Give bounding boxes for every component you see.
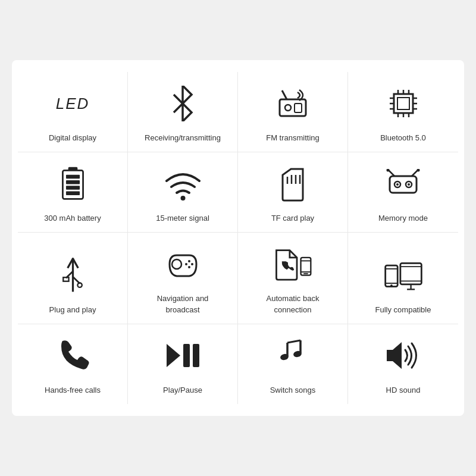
feature-cell-battery: 300 mAh battery (18, 152, 128, 233)
feature-cell-signal: 15-meter signal (128, 152, 238, 233)
svg-line-65 (287, 340, 300, 343)
battery-label: 300 mAh battery (44, 213, 101, 224)
svg-point-55 (390, 284, 393, 287)
svg-point-42 (77, 283, 82, 287)
auto-back-icon-area (272, 243, 314, 285)
tf-card-icon-area (278, 163, 308, 205)
fm-transmitting-icon-area (275, 83, 311, 124)
hd-sound-icon-area (384, 335, 422, 377)
fully-compatible-label: Fully compatible (375, 305, 431, 315)
svg-rect-40 (63, 277, 68, 281)
hands-free-icon-area (57, 335, 89, 377)
svg-marker-61 (167, 344, 180, 367)
battery-icon (60, 166, 86, 202)
bluetooth-label: Bluetooth 5.0 (380, 133, 426, 143)
feature-cell-plug-play: Plug and play (18, 233, 128, 324)
feature-cell-switch-songs: Switch songs (238, 324, 348, 404)
chip-icon (386, 86, 421, 121)
svg-line-34 (389, 170, 394, 176)
feature-cell-hands-free: Hands-free calls (18, 324, 128, 404)
steam-icon (164, 246, 202, 282)
signal-icon-area (164, 163, 202, 205)
feature-cell-navigation: Navigation and broadcast (128, 233, 238, 324)
feature-cell-hd-sound: HD sound (348, 324, 458, 404)
svg-line-36 (412, 170, 418, 176)
feature-cell-fm-transmitting: FM transmitting (238, 72, 348, 152)
switch-songs-icon-area (277, 335, 309, 377)
auto-back-label: Automatic back connection (267, 293, 320, 315)
play-pause-label: Play/Pause (163, 385, 202, 396)
feature-cell-fully-compatible: Fully compatible (348, 233, 458, 324)
usb-icon (60, 256, 86, 295)
feature-cell-receiving-transmitting: Receiving/transmitting (128, 72, 238, 152)
feature-cell-auto-back: Automatic back connection (238, 233, 348, 324)
signal-label: 15-meter signal (156, 213, 209, 224)
svg-rect-63 (193, 344, 199, 367)
sdcard-icon (278, 166, 308, 202)
led-icon: LED (56, 95, 90, 113)
svg-line-1 (282, 90, 287, 99)
robot-icon (384, 169, 422, 199)
svg-rect-3 (295, 104, 302, 112)
svg-rect-20 (65, 192, 79, 195)
svg-rect-5 (397, 98, 409, 109)
svg-point-33 (408, 183, 410, 186)
feature-cell-digital-display: LED Digital display (18, 72, 128, 152)
fully-compatible-icon-area (383, 255, 424, 296)
feature-cell-bluetooth: Bluetooth 5.0 (348, 72, 458, 152)
hands-free-label: Hands-free calls (45, 385, 101, 396)
tf-card-label: TF card play (271, 213, 314, 224)
svg-rect-4 (394, 94, 413, 113)
svg-rect-48 (301, 258, 311, 275)
digital-display-icon-area: LED (56, 83, 90, 124)
phone-icon (57, 338, 89, 374)
svg-point-24 (180, 196, 185, 201)
file-phone-icon (272, 246, 314, 282)
svg-rect-23 (65, 175, 79, 178)
feature-cell-play-pause: Play/Pause (128, 324, 238, 404)
battery-icon-area (60, 163, 86, 205)
play-pause-icon-area (164, 335, 202, 377)
svg-rect-22 (65, 180, 79, 184)
svg-rect-62 (183, 344, 190, 367)
svg-point-45 (185, 263, 187, 265)
switch-songs-label: Switch songs (270, 385, 316, 396)
bluetooth-icon-area (386, 83, 421, 124)
feature-cell-memory-mode: Memory mode (348, 152, 458, 233)
devices-icon (383, 258, 424, 293)
playpause-icon (164, 339, 202, 372)
receiving-transmitting-icon-area (168, 83, 198, 124)
svg-point-44 (188, 260, 190, 262)
digital-display-label: Digital display (49, 133, 96, 143)
svg-point-43 (172, 259, 181, 269)
feature-grid: LED Digital display Receiving/transmitti… (18, 72, 458, 404)
wifi-icon (164, 168, 202, 201)
memory-mode-label: Memory mode (378, 213, 428, 224)
plug-play-icon-area (60, 255, 86, 296)
feature-cell-tf-card: TF card play (238, 152, 348, 233)
fm-icon (275, 87, 311, 120)
navigation-icon-area (164, 243, 202, 285)
bluetooth-icon (168, 86, 198, 121)
fm-transmitting-label: FM transmitting (266, 133, 320, 143)
feature-card: LED Digital display Receiving/transmitti… (12, 60, 464, 416)
music-icon (277, 338, 309, 374)
plug-play-label: Plug and play (49, 305, 96, 315)
svg-point-32 (396, 183, 399, 186)
memory-mode-icon-area (384, 163, 422, 205)
svg-marker-69 (387, 342, 402, 369)
svg-point-46 (191, 263, 193, 265)
svg-point-47 (188, 266, 190, 268)
receiving-transmitting-label: Receiving/transmitting (145, 133, 221, 143)
svg-rect-21 (65, 186, 79, 189)
volume-icon (384, 339, 422, 372)
svg-point-2 (285, 105, 291, 111)
navigation-label: Navigation and broadcast (157, 293, 209, 315)
hd-sound-label: HD sound (386, 385, 421, 396)
